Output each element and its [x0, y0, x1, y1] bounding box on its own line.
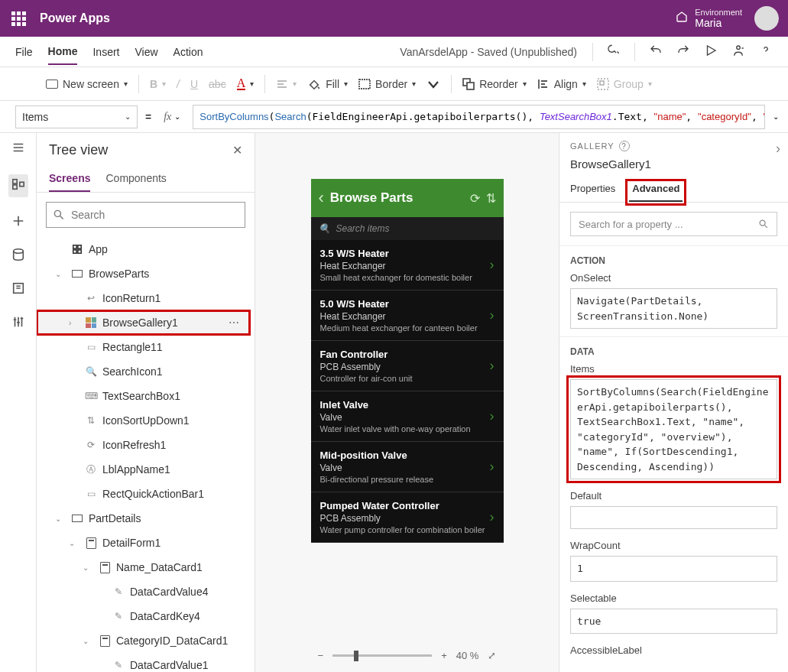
- item-description: Water pump controller for combination bo…: [320, 525, 490, 534]
- svg-rect-3: [467, 83, 474, 89]
- fit-to-screen-icon[interactable]: ⤢: [488, 650, 496, 661]
- menu-action[interactable]: Action: [173, 40, 203, 64]
- wrapcount-input[interactable]: 1: [570, 556, 777, 582]
- advanced-tools-icon[interactable]: [11, 315, 25, 332]
- app-preview[interactable]: ‹ Browse Parts ⟳ ⇅ 🔍 Search items 3.5 W/…: [311, 179, 504, 543]
- share-icon[interactable]: [731, 44, 745, 60]
- tree-node-detailform1[interactable]: ⌄DetailForm1: [37, 531, 250, 555]
- tree-view-icon[interactable]: [8, 174, 28, 197]
- search-icon: [53, 209, 65, 221]
- tree-node-datacardvalue1[interactable]: ✎DataCardValue1: [37, 653, 250, 672]
- tree-title: Tree view: [49, 142, 108, 158]
- preview-header: ‹ Browse Parts ⟳ ⇅: [311, 179, 504, 217]
- zoom-in-button[interactable]: +: [441, 650, 447, 661]
- list-item[interactable]: Mid-position ValveValveBi-directional pr…: [311, 442, 504, 492]
- data-icon[interactable]: [11, 248, 25, 265]
- property-search[interactable]: Search for a property ...: [570, 212, 777, 236]
- tree-node-searchicon1[interactable]: 🔍SearchIcon1: [37, 359, 250, 384]
- svg-rect-4: [598, 79, 608, 89]
- tab-screens[interactable]: Screens: [49, 172, 90, 192]
- app-checker-icon[interactable]: [607, 44, 621, 60]
- onselect-input[interactable]: Navigate(PartDetails, ScreenTransition.N…: [570, 288, 777, 329]
- align-text-button: ▾: [276, 79, 297, 89]
- sort-icon[interactable]: ⇅: [486, 191, 496, 206]
- tree-node-iconreturn1[interactable]: ↩IconReturn1: [37, 286, 250, 310]
- environment-picker[interactable]: Environment Maria: [675, 8, 742, 29]
- expand-formula-icon[interactable]: ⌄: [773, 112, 779, 121]
- more-icon[interactable]: ⋯: [229, 317, 241, 329]
- menu-view[interactable]: View: [135, 40, 157, 64]
- tree-node-partdetails[interactable]: ⌄PartDetails: [37, 506, 250, 531]
- close-icon[interactable]: ✕: [232, 143, 242, 157]
- formula-input[interactable]: SortByColumns(Search(FieldEngineerApi.ge…: [193, 105, 765, 129]
- chevron-right-icon: ›: [490, 307, 495, 323]
- tree-node-app[interactable]: App: [37, 237, 250, 261]
- help-icon[interactable]: [759, 44, 773, 60]
- property-selector[interactable]: Items ⌄: [15, 106, 138, 128]
- tree-node-textsearchbox1[interactable]: ⌨TextSearchBox1: [37, 384, 250, 408]
- menu-file[interactable]: File: [15, 40, 33, 64]
- default-input[interactable]: [570, 506, 777, 529]
- reorder-button[interactable]: Reorder▾: [462, 78, 527, 90]
- preview-search[interactable]: 🔍 Search items: [311, 217, 504, 240]
- list-item[interactable]: Fan ControllerPCB AssemblyController for…: [311, 341, 504, 391]
- app-launcher-icon[interactable]: [9, 9, 28, 28]
- hamburger-icon[interactable]: [11, 141, 25, 157]
- selectable-label: Selectable: [570, 592, 777, 604]
- refresh-icon[interactable]: ⟳: [470, 191, 480, 206]
- tree-node-categoryid-datacard1[interactable]: ⌄CategoryID_DataCard1: [37, 628, 250, 653]
- chevron-right-icon: ›: [490, 459, 495, 475]
- list-item[interactable]: 5.0 W/S HeaterHeat ExchangerMedium heat …: [311, 291, 504, 341]
- tab-advanced[interactable]: Advanced: [629, 183, 683, 202]
- chevron-right-icon: ›: [490, 358, 495, 374]
- align-button[interactable]: Align▾: [537, 78, 586, 90]
- svg-rect-7: [12, 185, 16, 189]
- strikethrough-button: abc: [209, 78, 226, 90]
- tree-node-browseparts[interactable]: ⌄BrowseParts: [37, 261, 250, 286]
- tree-body: App ⌄BrowseParts ↩IconReturn1 ›BrowseGal…: [37, 237, 255, 672]
- list-item[interactable]: Inlet ValveValveWater inlet valve with o…: [311, 391, 504, 442]
- menubar: File Home Insert View Action VanArsdelAp…: [0, 37, 788, 67]
- user-avatar[interactable]: [754, 6, 779, 31]
- tree-node-rectquickactionbar1[interactable]: ▭RectQuickActionBar1: [37, 482, 250, 506]
- chevron-right-icon[interactable]: ›: [776, 141, 780, 157]
- tree-node-datacardkey4[interactable]: ✎DataCardKey4: [37, 604, 250, 628]
- tree-node-lblappname1[interactable]: ⒶLblAppName1: [37, 457, 250, 482]
- items-label: Items: [570, 363, 777, 375]
- fill-button[interactable]: Fill▾: [307, 78, 348, 90]
- selectable-input[interactable]: true: [570, 609, 777, 635]
- tree-node-iconrefresh1[interactable]: ⟳IconRefresh1: [37, 433, 250, 457]
- tree-node-browsegallery1[interactable]: ›BrowseGallery1⋯: [37, 310, 250, 335]
- separator: [592, 43, 593, 61]
- zoom-out-button[interactable]: −: [318, 650, 324, 661]
- zoom-slider[interactable]: [332, 654, 432, 657]
- tab-components[interactable]: Components: [105, 172, 166, 192]
- list-item[interactable]: 3.5 W/S HeaterHeat ExchangerSmall heat e…: [311, 240, 504, 291]
- menu-insert[interactable]: Insert: [92, 40, 119, 64]
- tab-properties[interactable]: Properties: [570, 183, 615, 202]
- items-input[interactable]: SortByColumns(Search(FieldEngineerApi.ge…: [570, 379, 777, 479]
- border-button[interactable]: Border▾: [358, 78, 416, 90]
- tree-node-iconsortupdown1[interactable]: ⇅IconSortUpDown1: [37, 408, 250, 433]
- new-screen-button[interactable]: New screen ▾: [46, 78, 128, 90]
- canvas-area: ‹ Browse Parts ⟳ ⇅ 🔍 Search items 3.5 W/…: [255, 133, 559, 672]
- redo-icon[interactable]: [676, 44, 690, 60]
- tree-node-rectangle11[interactable]: ▭Rectangle11: [37, 335, 250, 359]
- format-dropdown[interactable]: [426, 79, 440, 89]
- menu-home[interactable]: Home: [48, 39, 78, 65]
- back-icon[interactable]: ‹: [319, 188, 324, 208]
- media-icon[interactable]: [11, 281, 25, 298]
- svg-rect-8: [19, 182, 23, 186]
- tree-search-input[interactable]: Search: [46, 202, 245, 228]
- preview-search-placeholder: Search items: [336, 223, 390, 234]
- add-data-icon[interactable]: [11, 214, 25, 231]
- undo-icon[interactable]: [649, 44, 663, 60]
- tree-node-name-datacard1[interactable]: ⌄Name_DataCard1: [37, 555, 250, 579]
- tree-node-datacardvalue4[interactable]: ✎DataCardValue4: [37, 579, 250, 604]
- list-item[interactable]: Pumped Water ControllerPCB AssemblyWater…: [311, 492, 504, 543]
- font-color-button[interactable]: A▾: [237, 78, 255, 90]
- info-icon[interactable]: ?: [619, 141, 630, 151]
- fx-button[interactable]: fx⌄: [159, 111, 185, 123]
- play-icon[interactable]: [704, 44, 718, 60]
- item-category: PCB Assembly: [320, 513, 490, 524]
